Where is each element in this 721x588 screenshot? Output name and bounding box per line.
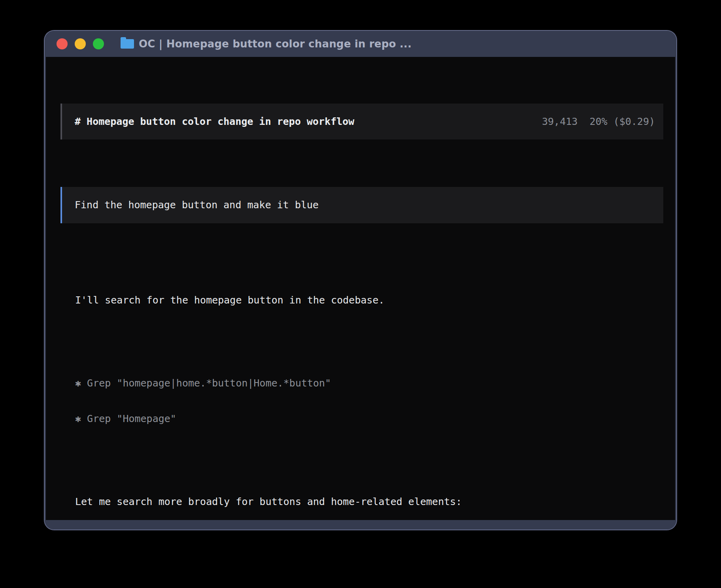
zoom-button[interactable] bbox=[93, 38, 104, 49]
tool-call-grep: ✱ Grep "Homepage" bbox=[75, 413, 662, 425]
session-title: # Homepage button color change in repo w… bbox=[75, 116, 354, 128]
conversation: I'll search for the homepage button in t… bbox=[75, 259, 662, 520]
window-bottom-edge bbox=[45, 520, 676, 530]
folder-icon bbox=[121, 39, 134, 49]
window-titlebar[interactable]: OC | Homepage button color change in rep… bbox=[45, 31, 676, 57]
tool-call-grep: ✱ Grep "homepage|home.*button|Home.*butt… bbox=[75, 377, 662, 389]
window-title: OC | Homepage button color change in rep… bbox=[139, 38, 411, 50]
close-button[interactable] bbox=[57, 38, 68, 49]
user-message: Find the homepage button and make it blu… bbox=[60, 187, 663, 223]
tool-call-group: ✱ Grep "homepage|home.*button|Home.*butt… bbox=[75, 354, 662, 449]
session-stats: 39,413 20% ($0.29) bbox=[542, 116, 655, 128]
traffic-lights bbox=[57, 38, 104, 49]
terminal-content: # Homepage button color change in repo w… bbox=[46, 57, 675, 520]
session-header: # Homepage button color change in repo w… bbox=[60, 104, 663, 139]
minimize-button[interactable] bbox=[75, 38, 86, 49]
user-message-text: Find the homepage button and make it blu… bbox=[75, 199, 319, 211]
assistant-text: I'll search for the homepage button in t… bbox=[75, 294, 662, 306]
assistant-text: Let me search more broadly for buttons a… bbox=[75, 496, 662, 508]
terminal-window: OC | Homepage button color change in rep… bbox=[45, 31, 676, 530]
